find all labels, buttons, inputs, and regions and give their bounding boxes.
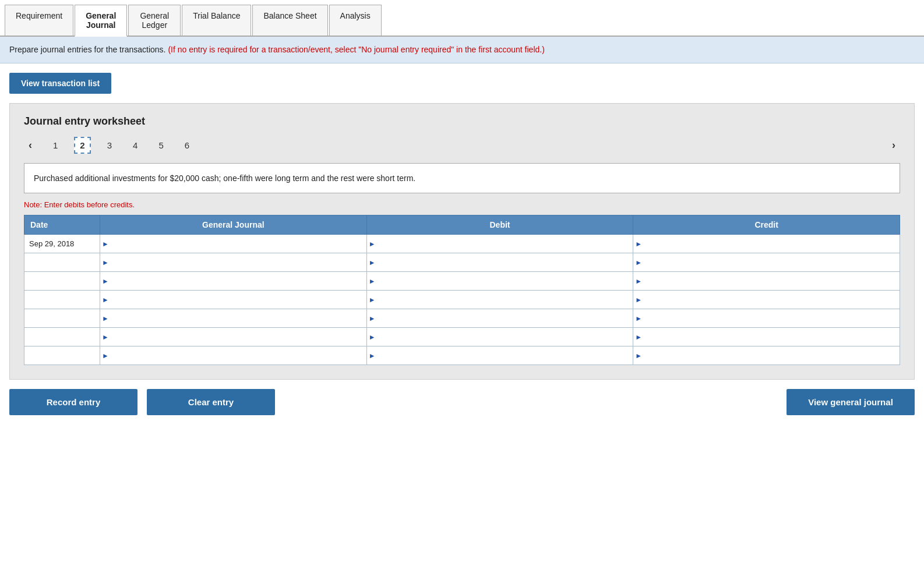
table-row: ► ► ► — [24, 309, 900, 328]
prev-page-button[interactable]: ‹ — [24, 137, 37, 154]
journal-cell-5[interactable]: ► — [100, 309, 367, 328]
tab-general-journal[interactable]: GeneralJournal — [75, 5, 127, 37]
journal-cell-7[interactable]: ► — [100, 346, 367, 365]
table-row: ► ► ► — [24, 328, 900, 346]
table-row: ► ► ► — [24, 291, 900, 309]
debit-cell-2[interactable]: ► — [366, 253, 633, 272]
table-row: ► ► ► — [24, 346, 900, 365]
credit-cell-1[interactable]: ► — [633, 235, 900, 253]
journal-cell-6[interactable]: ► — [100, 328, 367, 346]
clear-entry-button[interactable]: Clear entry — [147, 389, 275, 415]
credit-input-4[interactable] — [633, 293, 900, 306]
credit-cell-4[interactable]: ► — [633, 291, 900, 309]
journal-cell-3[interactable]: ► — [100, 272, 367, 291]
debit-cell-6[interactable]: ► — [366, 328, 633, 346]
debit-input-5[interactable] — [367, 312, 633, 325]
credit-cell-3[interactable]: ► — [633, 272, 900, 291]
pagination: ‹ 1 2 3 4 5 6 › — [24, 137, 900, 154]
debit-cell-7[interactable]: ► — [366, 346, 633, 365]
journal-table: Date General Journal Debit Credit Sep 29… — [24, 215, 900, 365]
credit-input-5[interactable] — [633, 312, 900, 325]
credit-input-1[interactable] — [633, 237, 900, 250]
date-cell-7 — [24, 346, 100, 365]
debit-input-1[interactable] — [367, 237, 633, 250]
journal-input-2[interactable] — [100, 256, 366, 269]
tab-balance-sheet[interactable]: Balance Sheet — [252, 5, 327, 36]
credit-input-3[interactable] — [633, 274, 900, 288]
table-row: ► ► ► — [24, 253, 900, 272]
credit-input-6[interactable] — [633, 330, 900, 344]
record-entry-button[interactable]: Record entry — [9, 389, 137, 415]
spacer — [284, 389, 777, 415]
journal-input-4[interactable] — [100, 293, 366, 306]
instruction-main: Prepare journal entries for the transact… — [9, 45, 165, 54]
view-transaction-button[interactable]: View transaction list — [9, 73, 111, 94]
debit-cell-1[interactable]: ► — [366, 235, 633, 253]
tab-analysis[interactable]: Analysis — [329, 5, 382, 36]
credit-input-7[interactable] — [633, 349, 900, 362]
date-cell-6 — [24, 328, 100, 346]
scenario-text: Purchased additional investments for $20… — [34, 174, 415, 183]
debit-cell-5[interactable]: ► — [366, 309, 633, 328]
table-row: ► ► ► — [24, 272, 900, 291]
journal-input-1[interactable] — [100, 237, 366, 250]
worksheet-container: Journal entry worksheet ‹ 1 2 3 4 5 6 › … — [9, 103, 915, 380]
col-debit: Debit — [366, 215, 633, 235]
view-general-journal-button[interactable]: View general journal — [787, 389, 915, 415]
debit-input-7[interactable] — [367, 349, 633, 362]
tab-trial-balance[interactable]: Trial Balance — [182, 5, 251, 36]
note-text: Note: Enter debits before credits. — [24, 200, 900, 209]
page-2[interactable]: 2 — [74, 137, 90, 154]
credit-input-2[interactable] — [633, 256, 900, 269]
journal-cell-2[interactable]: ► — [100, 253, 367, 272]
col-date: Date — [24, 215, 100, 235]
debit-input-6[interactable] — [367, 330, 633, 344]
journal-input-6[interactable] — [100, 330, 366, 344]
journal-input-7[interactable] — [100, 349, 366, 362]
date-cell-2 — [24, 253, 100, 272]
debit-input-2[interactable] — [367, 256, 633, 269]
journal-cell-1[interactable]: ► — [100, 235, 367, 253]
credit-cell-5[interactable]: ► — [633, 309, 900, 328]
credit-cell-6[interactable]: ► — [633, 328, 900, 346]
tab-requirement[interactable]: Requirement — [5, 5, 73, 36]
next-page-button[interactable]: › — [887, 137, 900, 154]
date-cell-5 — [24, 309, 100, 328]
page-1[interactable]: 1 — [48, 138, 62, 153]
date-cell-4 — [24, 291, 100, 309]
debit-input-3[interactable] — [367, 274, 633, 288]
tab-general-ledger[interactable]: GeneralLedger — [128, 5, 181, 36]
instruction-bar: Prepare journal entries for the transact… — [0, 37, 924, 63]
date-cell-1: Sep 29, 2018 — [24, 235, 100, 253]
scenario-box: Purchased additional investments for $20… — [24, 163, 900, 193]
date-cell-3 — [24, 272, 100, 291]
credit-cell-2[interactable]: ► — [633, 253, 900, 272]
debit-cell-3[interactable]: ► — [366, 272, 633, 291]
journal-input-5[interactable] — [100, 312, 366, 325]
tab-bar: Requirement GeneralJournal GeneralLedger… — [0, 5, 924, 37]
journal-input-3[interactable] — [100, 274, 366, 288]
page-3[interactable]: 3 — [103, 138, 117, 153]
debit-cell-4[interactable]: ► — [366, 291, 633, 309]
credit-cell-7[interactable]: ► — [633, 346, 900, 365]
instruction-red: (If no entry is required for a transacti… — [168, 45, 544, 54]
page-4[interactable]: 4 — [128, 138, 142, 153]
bottom-buttons: Record entry Clear entry View general jo… — [0, 389, 924, 424]
journal-cell-4[interactable]: ► — [100, 291, 367, 309]
worksheet-title: Journal entry worksheet — [24, 115, 900, 128]
col-credit: Credit — [633, 215, 900, 235]
table-row: Sep 29, 2018 ► ► ► — [24, 235, 900, 253]
col-general-journal: General Journal — [100, 215, 367, 235]
page-6[interactable]: 6 — [180, 138, 194, 153]
page-5[interactable]: 5 — [154, 138, 168, 153]
debit-input-4[interactable] — [367, 293, 633, 306]
